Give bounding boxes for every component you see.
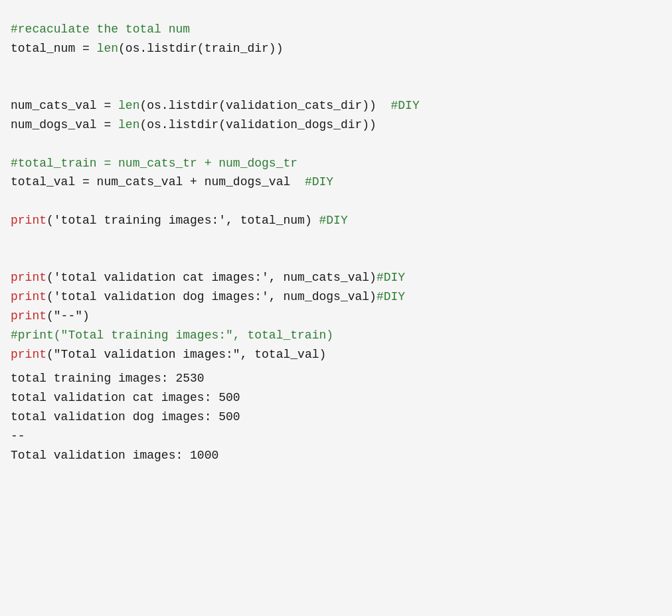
code-line-7 (11, 135, 661, 154)
output-section: total training images: 2530 total valida… (11, 369, 661, 465)
output-line-3: total validation dog images: 500 (11, 408, 661, 427)
code-text: ('total validation cat images:', num_cat… (46, 271, 377, 284)
code-line-15: print('total validation dog images:', nu… (11, 287, 661, 307)
code-line-16: print("--") (11, 307, 661, 326)
code-text: ('total training images:', total_num) (46, 214, 319, 227)
code-text: num_dogs_val = (11, 118, 118, 131)
code-line-6: num_dogs_val = len(os.listdir(validation… (11, 116, 661, 135)
code-text: #DIY (305, 175, 333, 189)
output-line-5: Total validation images: 1000 (11, 446, 661, 465)
code-block: #recaculate the total num total_num = le… (11, 13, 661, 471)
code-text: len (118, 118, 139, 131)
code-text: (os.listdir(train_dir)) (118, 42, 283, 55)
code-text: #total_train = num_cats_tr + num_dogs_tr (11, 157, 297, 170)
code-text: ("--") (46, 309, 90, 323)
code-text: total_num = (11, 42, 97, 55)
code-line-4 (11, 77, 661, 96)
output-line-1: total training images: 2530 (11, 369, 661, 388)
code-text: num_cats_val = (11, 99, 118, 112)
code-text: len (118, 99, 139, 112)
code-line-12 (11, 230, 661, 250)
code-text: print (11, 348, 46, 361)
code-text: print (11, 271, 46, 284)
code-text: print (11, 309, 46, 323)
code-line-9: total_val = num_cats_val + num_dogs_val … (11, 173, 661, 192)
code-line-17: #print("Total training images:", total_t… (11, 326, 661, 345)
code-line-5: num_cats_val = len(os.listdir(validation… (11, 96, 661, 116)
output-line-4: -- (11, 427, 661, 446)
code-text: len (97, 42, 118, 55)
code-text: (os.listdir(validation_cats_dir)) (139, 99, 390, 112)
output-line-2: total validation cat images: 500 (11, 388, 661, 408)
code-line-3 (11, 58, 661, 78)
code-text: ('total validation dog images:', num_dog… (46, 290, 377, 303)
code-text: #DIY (377, 290, 405, 303)
code-line-11: print('total training images:', total_nu… (11, 211, 661, 230)
code-text: #DIY (391, 99, 420, 112)
code-text: (os.listdir(validation_dogs_dir)) (139, 118, 376, 131)
code-text: #recaculate the total num (11, 23, 190, 36)
code-text: #print("Total training images:", total_t… (11, 329, 333, 342)
code-text: #DIY (377, 271, 405, 284)
code-line-2: total_num = len(os.listdir(train_dir)) (11, 39, 661, 58)
code-line-14: print('total validation cat images:', nu… (11, 268, 661, 287)
code-text: total_val = num_cats_val + num_dogs_val (11, 175, 305, 189)
code-line-1: #recaculate the total num (11, 20, 661, 39)
code-line-13 (11, 250, 661, 269)
code-line-18: print("Total validation images:", total_… (11, 345, 661, 364)
code-text: #DIY (319, 214, 347, 227)
code-text: ("Total validation images:", total_val) (46, 348, 326, 361)
code-line-8: #total_train = num_cats_tr + num_dogs_tr (11, 154, 661, 173)
code-text: print (11, 290, 46, 303)
code-line-10 (11, 192, 661, 211)
code-text: print (11, 214, 46, 227)
